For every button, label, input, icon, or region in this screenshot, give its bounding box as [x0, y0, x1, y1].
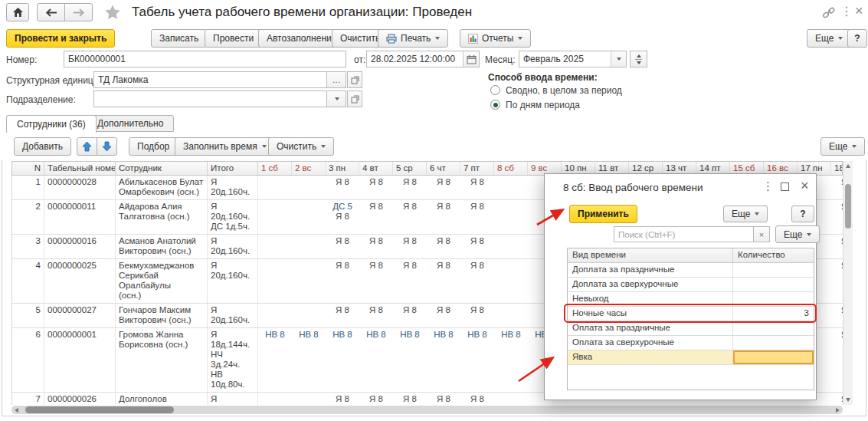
day-cell[interactable]: НВ 8 [494, 328, 528, 392]
column-header-employee-id[interactable]: Табельный номер [44, 162, 116, 175]
column-header-day[interactable]: 18 вт [831, 162, 843, 175]
time-type-name[interactable]: Доплата за сверхурочные [568, 278, 733, 291]
home-button[interactable] [6, 3, 29, 21]
day-cell[interactable]: Я 8 [427, 393, 460, 405]
apply-button[interactable]: Применить [569, 205, 637, 223]
time-type-name[interactable]: Невыход [568, 292, 733, 306]
add-row-button[interactable]: Добавить [14, 137, 71, 156]
day-cell[interactable] [258, 304, 292, 327]
time-type-row[interactable]: Оплата за праздничные [568, 321, 814, 336]
department-input[interactable] [93, 90, 327, 107]
day-cell[interactable]: Я 8 [359, 235, 393, 258]
day-cell[interactable]: Я 8 [359, 393, 393, 405]
column-header-day[interactable]: 1 сб [258, 162, 292, 175]
day-cell[interactable]: Я 8 [359, 200, 393, 234]
search-clear-button[interactable]: × [753, 226, 770, 242]
reports-button[interactable]: Отчеты [460, 29, 531, 48]
day-cell[interactable]: НВ 8 [393, 328, 427, 392]
day-cell[interactable]: Я 8 [359, 304, 393, 327]
column-header-n[interactable]: N [12, 162, 44, 175]
day-cell[interactable] [292, 200, 326, 234]
day-cell[interactable] [258, 259, 292, 303]
day-cell[interactable]: Я 8 [427, 304, 460, 327]
day-cell[interactable]: Я 8 [359, 259, 393, 303]
favorite-star-icon[interactable] [104, 4, 121, 23]
day-cell[interactable] [258, 393, 292, 405]
day-cell[interactable]: Я 8 [326, 304, 359, 327]
day-cell[interactable] [292, 235, 326, 258]
scroll-up-icon[interactable] [846, 164, 850, 168]
horizontal-scroll-thumb[interactable] [25, 406, 174, 413]
day-cell[interactable]: Я 8 [393, 176, 427, 199]
day-cell[interactable] [494, 176, 528, 199]
day-cell[interactable]: Я 8 [326, 393, 359, 405]
month-dropdown-button[interactable] [611, 51, 626, 67]
day-cell[interactable] [258, 200, 292, 234]
time-type-name[interactable]: Оплата за праздничные [568, 321, 733, 335]
time-type-quantity[interactable] [733, 350, 814, 364]
day-cell[interactable]: Я 8 [831, 200, 843, 234]
day-cell[interactable]: Я 8 [393, 259, 427, 303]
window-menu-kebab-icon[interactable]: ⋮ [840, 5, 853, 18]
dialog-kebab-icon[interactable]: ⋮ [762, 180, 774, 192]
day-cell[interactable]: Я 8 [831, 259, 843, 303]
dialog-close-icon[interactable]: × [801, 179, 809, 192]
number-input[interactable]: БК000000001 [64, 51, 346, 67]
day-cell[interactable]: Я 8 [427, 235, 460, 258]
day-cell[interactable] [292, 176, 326, 199]
day-cell[interactable]: Я 8 [460, 200, 494, 234]
structural-unit-input[interactable]: ТД Лакомка [93, 71, 327, 88]
time-type-quantity[interactable] [733, 336, 814, 350]
dialog-more-button[interactable]: Еще [723, 206, 768, 222]
more-button-table[interactable]: Еще [821, 137, 865, 156]
move-down-button[interactable] [97, 137, 117, 156]
scroll-left-icon[interactable] [15, 408, 18, 413]
time-type-quantity[interactable] [733, 321, 814, 335]
day-cell[interactable] [494, 393, 528, 405]
day-cell[interactable]: Я 8 [831, 176, 843, 199]
day-cell[interactable] [258, 176, 292, 199]
day-cell[interactable]: Я 8 [831, 328, 843, 392]
time-type-row[interactable]: Явка [568, 350, 814, 365]
day-cell[interactable]: НВ 8 [258, 328, 292, 392]
department-open-button[interactable] [347, 90, 362, 107]
day-cell[interactable]: Я 8 [326, 259, 359, 303]
radio-summary-period[interactable] [490, 85, 500, 95]
day-cell[interactable] [292, 259, 326, 303]
day-cell[interactable] [292, 393, 326, 405]
radio-summary-label[interactable]: Сводно, в целом за период [506, 85, 622, 96]
day-cell[interactable]: Я 8 [326, 235, 359, 258]
column-header-quantity[interactable]: Количество [733, 248, 814, 262]
day-cell[interactable]: Я 8 [427, 259, 460, 303]
get-link-icon[interactable] [822, 7, 835, 21]
time-type-name[interactable]: Доплата за праздничные [568, 263, 733, 277]
day-cell[interactable]: Я 8 [427, 176, 460, 199]
radio-by-days-label[interactable]: По дням периода [506, 100, 580, 110]
time-type-quantity[interactable] [733, 292, 814, 306]
more-button-top[interactable]: Еще [807, 29, 851, 48]
back-button[interactable] [37, 3, 65, 21]
time-type-quantity[interactable]: 3 [733, 307, 814, 321]
day-cell[interactable]: Я 8 [460, 259, 494, 303]
day-cell[interactable] [494, 235, 528, 258]
day-cell[interactable]: Я 8 [393, 200, 427, 234]
day-cell[interactable] [292, 304, 326, 327]
day-cell[interactable]: Я 8 [460, 235, 494, 258]
column-header-day[interactable]: 7 пт [460, 162, 494, 175]
tab-employees[interactable]: Сотрудники (36) [6, 115, 97, 133]
forward-button[interactable] [64, 3, 93, 21]
write-button[interactable]: Записать [151, 29, 207, 48]
day-cell[interactable]: Я 8 [359, 176, 393, 199]
time-type-row[interactable]: Оплата за сверхурочные [568, 336, 814, 350]
day-cell[interactable]: Я 8 [393, 304, 427, 327]
department-dropdown-button[interactable] [326, 90, 346, 107]
day-cell[interactable] [494, 304, 528, 327]
column-header-day[interactable]: 4 вт [359, 162, 393, 175]
day-cell[interactable]: Я 8 [831, 393, 843, 405]
search-more-button[interactable]: Еще [775, 225, 820, 243]
time-type-name[interactable]: Явка [568, 350, 733, 364]
radio-by-days[interactable] [490, 100, 500, 110]
day-cell[interactable]: НВ 8 [460, 328, 494, 392]
scroll-right-icon[interactable] [836, 408, 840, 413]
search-input[interactable]: Поиск (Ctrl+F) [614, 226, 754, 242]
